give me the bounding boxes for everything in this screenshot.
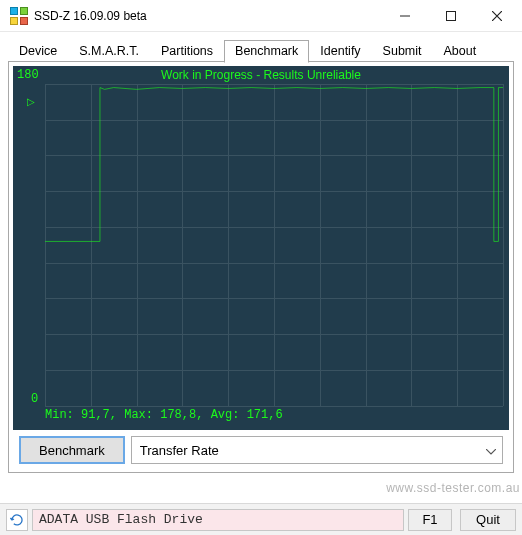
quit-button[interactable]: Quit <box>460 509 516 531</box>
window-title: SSD-Z 16.09.09 beta <box>34 9 147 23</box>
refresh-button[interactable] <box>6 509 28 531</box>
chart-stats: Min: 91,7, Max: 178,8, Avg: 171,6 <box>13 406 509 430</box>
app-icon <box>10 7 28 25</box>
titlebar: SSD-Z 16.09.09 beta <box>0 0 522 32</box>
tab-submit[interactable]: Submit <box>372 40 433 63</box>
metric-select[interactable]: Transfer Rate <box>131 436 503 464</box>
tab-identify[interactable]: Identify <box>309 40 371 63</box>
tab-benchmark[interactable]: Benchmark <box>224 40 309 63</box>
tab-about[interactable]: About <box>433 40 488 63</box>
tabstrip: Device S.M.A.R.T. Partitions Benchmark I… <box>8 38 514 62</box>
statusbar: ADATA USB Flash Drive F1 Quit <box>0 503 522 535</box>
maximize-button[interactable] <box>428 1 474 31</box>
tab-smart[interactable]: S.M.A.R.T. <box>68 40 150 63</box>
y-axis-min: 0 <box>31 392 38 406</box>
benchmark-button[interactable]: Benchmark <box>19 436 125 464</box>
tab-partitions[interactable]: Partitions <box>150 40 224 63</box>
benchmark-chart: Work in Progress - Results Unreliable 18… <box>13 66 509 430</box>
f1-button[interactable]: F1 <box>408 509 452 531</box>
close-button[interactable] <box>474 1 520 31</box>
chart-cursor-icon: ▷ <box>27 96 35 107</box>
tab-device[interactable]: Device <box>8 40 68 63</box>
chevron-down-icon <box>486 443 496 458</box>
y-axis-max: 180 <box>17 68 39 82</box>
svg-rect-0 <box>447 11 456 20</box>
window-controls <box>382 1 520 31</box>
minimize-button[interactable] <box>382 1 428 31</box>
device-name[interactable]: ADATA USB Flash Drive <box>32 509 404 531</box>
chart-line <box>45 84 503 406</box>
benchmark-panel: Work in Progress - Results Unreliable 18… <box>8 62 514 473</box>
plot-area <box>45 84 503 406</box>
metric-select-value: Transfer Rate <box>140 443 219 458</box>
watermark: www.ssd-tester.com.au <box>386 481 520 495</box>
